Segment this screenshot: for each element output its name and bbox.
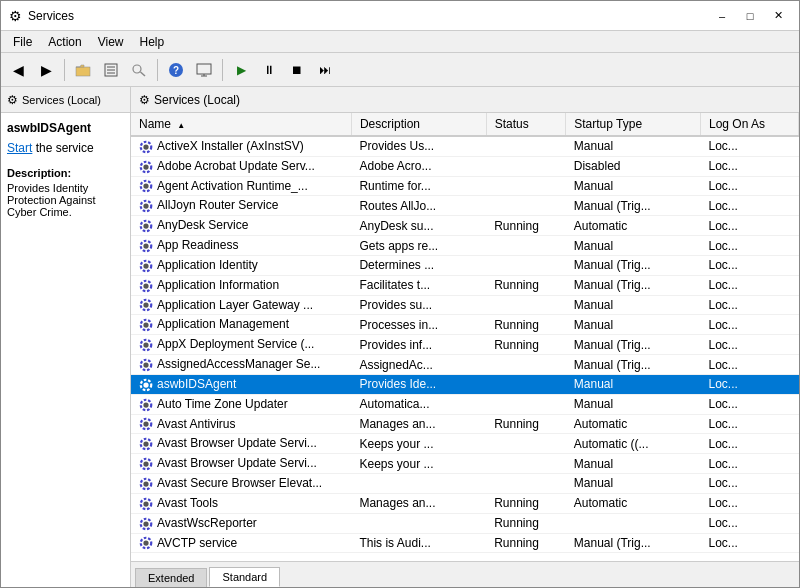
minimize-button[interactable]: – [709, 6, 735, 26]
table-row[interactable]: Adobe Acrobat Update Serv...Adobe Acro..… [131, 156, 799, 176]
service-name-text: AVCTP service [157, 536, 237, 550]
svg-point-25 [143, 263, 148, 268]
tb-forward-button[interactable]: ▶ [33, 57, 59, 83]
sidebar-description-text: Provides Identity Protection Against Cyb… [7, 182, 96, 218]
maximize-button[interactable]: □ [737, 6, 763, 26]
table-row[interactable]: aswbIDSAgentProvides Ide...ManualLoc... [131, 374, 799, 394]
service-description-cell: Keeps your ... [351, 454, 486, 474]
service-status-cell [486, 156, 566, 176]
service-status-cell: Running [486, 335, 566, 355]
tb-help-button[interactable]: ? [163, 57, 189, 83]
table-row[interactable]: Auto Time Zone UpdaterAutomatica...Manua… [131, 394, 799, 414]
table-row[interactable]: App ReadinessGets apps re...ManualLoc... [131, 236, 799, 256]
table-row[interactable]: AllJoyn Router ServiceRoutes AllJo...Man… [131, 196, 799, 216]
menu-help[interactable]: Help [132, 33, 173, 51]
service-name-cell: AvastWscReporter [131, 513, 351, 533]
title-controls: – □ ✕ [709, 6, 791, 26]
sidebar-description: Description: Provides Identity Protectio… [7, 167, 124, 218]
table-row[interactable]: Avast Browser Update Servi...Keeps your … [131, 434, 799, 454]
tb-key-button[interactable] [126, 57, 152, 83]
service-name-text: AllJoyn Router Service [157, 198, 278, 212]
tb-stop-button[interactable]: ⏹ [284, 57, 310, 83]
service-name-cell: AVCTP service [131, 533, 351, 553]
service-logon-cell: Loc... [701, 156, 799, 176]
sidebar-service-name: aswbIDSAgent [7, 121, 124, 135]
tb-play-button[interactable]: ▶ [228, 57, 254, 83]
col-status[interactable]: Status [486, 113, 566, 136]
service-gear-icon [139, 457, 153, 471]
service-name-cell: AssignedAccessManager Se... [131, 355, 351, 375]
service-name-cell: Application Identity [131, 255, 351, 275]
service-description-cell: Provides su... [351, 295, 486, 315]
window-icon: ⚙ [9, 8, 22, 24]
service-description-cell: Determines ... [351, 255, 486, 275]
service-status-cell [486, 236, 566, 256]
table-row[interactable]: AnyDesk ServiceAnyDesk su...RunningAutom… [131, 216, 799, 236]
service-status-cell [486, 176, 566, 196]
tb-restart-button[interactable]: ⏭ [312, 57, 338, 83]
table-row[interactable]: Application ManagementProcesses in...Run… [131, 315, 799, 335]
service-gear-icon [139, 279, 153, 293]
service-gear-icon [139, 259, 153, 273]
service-name-cell: Avast Tools [131, 493, 351, 513]
col-startup[interactable]: Startup Type [566, 113, 701, 136]
tb-back-button[interactable]: ◀ [5, 57, 31, 83]
main-window: ⚙ Services – □ ✕ File Action View Help ◀… [0, 0, 800, 588]
service-name-text: aswbIDSAgent [157, 377, 236, 391]
svg-point-23 [143, 243, 148, 248]
table-row[interactable]: Avast Secure Browser Elevat...ManualLoc.… [131, 474, 799, 494]
table-row[interactable]: Application InformationFacilitates t...R… [131, 275, 799, 295]
svg-point-33 [143, 342, 148, 347]
sidebar-start-link[interactable]: Start [7, 141, 32, 155]
service-logon-cell: Loc... [701, 374, 799, 394]
service-status-cell [486, 136, 566, 156]
service-description-cell: This is Audi... [351, 533, 486, 553]
table-row[interactable]: Application IdentityDetermines ...Manual… [131, 255, 799, 275]
service-name-cell: Avast Secure Browser Elevat... [131, 474, 351, 494]
service-gear-icon [139, 358, 153, 372]
service-startup-cell: Manual [566, 454, 701, 474]
service-status-cell [486, 295, 566, 315]
menu-view[interactable]: View [90, 33, 132, 51]
tab-extended[interactable]: Extended [135, 568, 207, 587]
tb-monitor-button[interactable] [191, 57, 217, 83]
svg-rect-9 [197, 64, 211, 74]
table-row[interactable]: Avast ToolsManages an...RunningAutomatic… [131, 493, 799, 513]
service-startup-cell: Manual [566, 315, 701, 335]
service-gear-icon [139, 417, 153, 431]
table-row[interactable]: Agent Activation Runtime_...Runtime for.… [131, 176, 799, 196]
main-content: ⚙ Services (Local) aswbIDSAgent Start th… [1, 87, 799, 587]
menu-action[interactable]: Action [40, 33, 89, 51]
services-table-container[interactable]: Name ▲ Description Status Startup Type [131, 113, 799, 561]
table-row[interactable]: AssignedAccessManager Se...AssignedAc...… [131, 355, 799, 375]
sidebar-header-label: Services (Local) [22, 94, 101, 106]
service-name-text: Agent Activation Runtime_... [157, 179, 308, 193]
services-header-icon: ⚙ [139, 93, 150, 107]
svg-point-15 [143, 164, 148, 169]
table-row[interactable]: ActiveX Installer (AxInstSV)Provides Us.… [131, 136, 799, 156]
service-status-cell [486, 474, 566, 494]
col-name[interactable]: Name ▲ [131, 113, 351, 136]
close-button[interactable]: ✕ [765, 6, 791, 26]
svg-point-31 [143, 323, 148, 328]
table-row[interactable]: Application Layer Gateway ...Provides su… [131, 295, 799, 315]
service-description-cell: Provides inf... [351, 335, 486, 355]
tb-pause-button[interactable]: ⏸ [256, 57, 282, 83]
col-description-label: Description [360, 117, 420, 131]
table-row[interactable]: Avast Browser Update Servi...Keeps your … [131, 454, 799, 474]
tab-standard[interactable]: Standard [209, 567, 280, 587]
svg-point-13 [143, 144, 148, 149]
table-row[interactable]: AppX Deployment Service (...Provides inf… [131, 335, 799, 355]
service-startup-cell: Manual (Trig... [566, 355, 701, 375]
service-gear-icon [139, 199, 153, 213]
service-name-cell: Adobe Acrobat Update Serv... [131, 156, 351, 176]
col-description[interactable]: Description [351, 113, 486, 136]
menu-file[interactable]: File [5, 33, 40, 51]
service-startup-cell: Manual (Trig... [566, 275, 701, 295]
table-row[interactable]: AVCTP serviceThis is Audi...RunningManua… [131, 533, 799, 553]
col-logon[interactable]: Log On As [701, 113, 799, 136]
table-row[interactable]: AvastWscReporterRunningLoc... [131, 513, 799, 533]
table-row[interactable]: Avast AntivirusManages an...RunningAutom… [131, 414, 799, 434]
tb-up-button[interactable] [70, 57, 96, 83]
tb-show-hide-button[interactable] [98, 57, 124, 83]
